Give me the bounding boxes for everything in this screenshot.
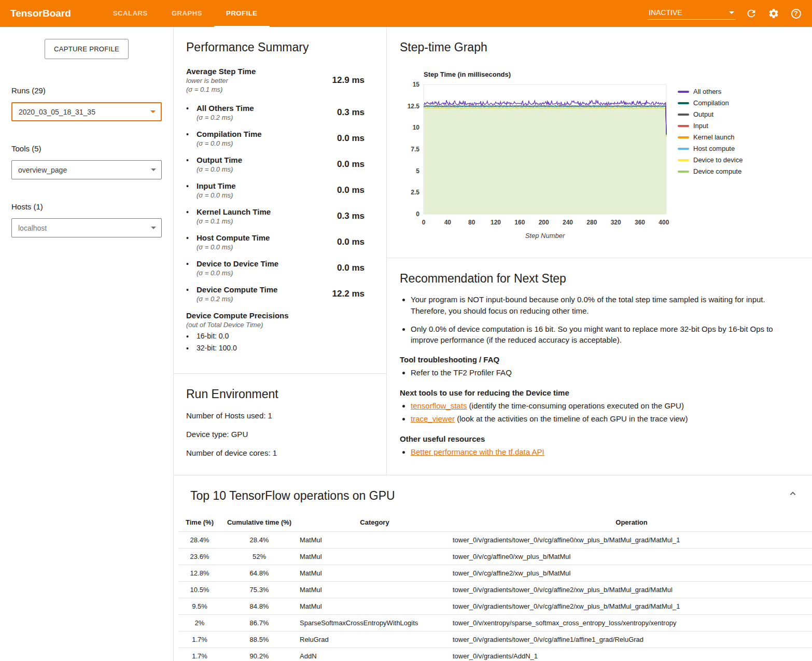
category-cell: MatMul: [298, 598, 451, 615]
precision-item: •32-bit: 100.0: [186, 344, 374, 354]
tab-profile[interactable]: PROFILE: [214, 0, 270, 27]
ops-column-header: Cumulative time (%): [220, 515, 298, 532]
run-env-line: Device type: GPU: [186, 430, 374, 439]
chevron-up-icon: [787, 488, 799, 499]
collapse-section-button[interactable]: [787, 488, 799, 501]
cumulative-cell: 28.4%: [220, 532, 298, 549]
run-env-line: Number of Hosts used: 1: [186, 411, 374, 420]
metric-label: Compilation Time: [197, 130, 262, 138]
step-time-chart-svg: Step Time (in milliseconds)02.557.51012.…: [400, 69, 673, 244]
performance-summary-panel: Performance Summary Average Step Time lo…: [174, 27, 387, 475]
operation-cell: tower_0/v/gradients/tower_0/v/cg/affine2…: [451, 598, 812, 615]
metric-sigma: (σ = 0.0 ms): [197, 139, 262, 147]
sidebar: CAPTURE PROFILE Runs (29) 2020_03_05_18_…: [0, 27, 173, 661]
perf-summary-item: •Device Compute Time(σ = 0.2 ms)12.2 ms: [186, 285, 374, 303]
top-ops-title: Top 10 TensorFlow operations on GPU: [174, 489, 812, 503]
refresh-button[interactable]: [745, 7, 758, 20]
metric-sigma: (σ = 0.1 ms): [197, 217, 271, 225]
category-cell: MatMul: [298, 532, 451, 549]
tools-label: Tools (5): [11, 144, 162, 153]
settings-button[interactable]: [767, 7, 780, 20]
cumulative-cell: 75.3%: [220, 582, 298, 598]
precisions-list: •16-bit: 0.0•32-bit: 100.0: [186, 332, 374, 354]
metric-value: 12.9 ms: [332, 75, 374, 86]
svg-text:320: 320: [611, 219, 621, 226]
perf-summary-item: •Kernel Launch Time(σ = 0.1 ms)0.3 ms: [186, 207, 374, 225]
precision-value: 16-bit: 0.0: [197, 332, 229, 342]
metric-value: 0.0 ms: [337, 185, 374, 195]
faq-title: Tool troubleshooting / FAQ: [400, 355, 794, 364]
precisions-note: (out of Total Device Time): [186, 321, 374, 329]
svg-text:360: 360: [635, 219, 645, 226]
app-header: TensorBoard SCALARSGRAPHSPROFILE INACTIV…: [0, 0, 812, 27]
legend-item: Input: [678, 122, 743, 130]
input-swatch-icon: [678, 125, 689, 127]
bullet-icon: •: [186, 181, 197, 199]
time-cell: 10.5%: [179, 582, 220, 598]
cumulative-cell: 64.8%: [220, 565, 298, 582]
svg-text:40: 40: [444, 219, 452, 226]
legend-label: Device compute: [693, 167, 741, 175]
metric-note: lower is better: [186, 77, 256, 85]
svg-text:160: 160: [514, 219, 525, 226]
output-swatch-icon: [678, 114, 689, 116]
device-to-device-swatch-icon: [678, 159, 689, 161]
tfdata-api-link[interactable]: Better performance with the tf.data API: [411, 447, 544, 456]
metric-value: 0.0 ms: [337, 159, 374, 170]
runs-dropdown[interactable]: 2020_03_05_18_31_35: [11, 102, 162, 121]
perf-items: •All Others Time(σ = 0.2 ms)0.3 ms•Compi…: [186, 104, 374, 303]
svg-text:12.5: 12.5: [408, 103, 420, 110]
host-compute-swatch-icon: [678, 148, 689, 150]
legend-item: Host compute: [678, 145, 743, 152]
right-column: Step-time Graph Step Time (in millisecon…: [387, 27, 812, 475]
svg-text:Step Number: Step Number: [525, 232, 565, 240]
tool-link[interactable]: tensorflow_stats: [411, 401, 467, 410]
next-tools-list: tensorflow_stats (identify the time-cons…: [400, 400, 794, 425]
bullet-icon: •: [186, 259, 197, 277]
help-button[interactable]: ?: [789, 7, 803, 20]
svg-text:5: 5: [416, 167, 419, 175]
metric-value: 0.0 ms: [337, 133, 374, 144]
time-cell: 2%: [179, 615, 220, 631]
average-step-time: Average Step Time lower is better (σ = 0…: [186, 67, 374, 93]
main-content: Performance Summary Average Step Time lo…: [173, 27, 812, 661]
metric-value: 0.0 ms: [337, 263, 374, 273]
operation-cell: tower_0/v/gradients/tower_0/v/cg/affine0…: [451, 532, 812, 549]
capture-profile-button[interactable]: CAPTURE PROFILE: [45, 39, 129, 59]
recommendation-bullet: Your program is NOT input-bound because …: [411, 294, 794, 317]
ops-column-header: Category: [298, 515, 451, 532]
app-title: TensorBoard: [10, 8, 71, 19]
cumulative-cell: 90.2%: [220, 648, 298, 661]
precisions-title: Device Compute Precisions: [186, 311, 374, 320]
help-icon: ?: [791, 9, 801, 19]
tool-item: tensorflow_stats (identify the time-cons…: [411, 400, 794, 412]
metric-sigma: (σ = 0.2 ms): [197, 295, 277, 303]
legend-label: Kernel launch: [693, 133, 735, 141]
faq-list: Refer to the TF2 Profiler FAQ: [400, 367, 794, 379]
metric-label: Input Time: [197, 181, 236, 190]
svg-text:7.5: 7.5: [411, 146, 419, 153]
time-cell: 28.4%: [179, 532, 220, 549]
category-cell: MatMul: [298, 582, 451, 598]
tool-link[interactable]: trace_viewer: [411, 414, 455, 423]
tool-item: trace_viewer (look at the activities on …: [411, 413, 794, 425]
tools-dropdown[interactable]: overview_page: [11, 160, 162, 179]
tab-scalars[interactable]: SCALARS: [101, 0, 160, 27]
hosts-dropdown[interactable]: localhost: [11, 218, 162, 237]
svg-text:400: 400: [659, 219, 669, 226]
time-cell: 9.5%: [179, 598, 220, 615]
faq-item: Refer to the TF2 Profiler FAQ: [411, 367, 794, 379]
tab-graphs[interactable]: GRAPHS: [160, 0, 214, 27]
status-dropdown[interactable]: INACTIVE: [648, 7, 736, 20]
other-resources-title: Other useful resources: [400, 434, 794, 443]
operation-cell: tower_0/v/gradients/AddN_1: [451, 648, 812, 661]
metric-sigma: (σ = 0.2 ms): [197, 114, 254, 121]
operation-cell: tower_0/v/xentropy/sparse_softmax_cross_…: [451, 615, 812, 631]
run-environment-panel: Run Environment Number of Hosts used: 1D…: [174, 374, 386, 461]
operation-cell: tower_0/v/gradients/tower_0/v/cg/affine2…: [451, 582, 812, 598]
table-row: 9.5%84.8%MatMultower_0/v/gradients/tower…: [179, 598, 812, 615]
gear-icon: [768, 8, 779, 19]
top-ops-panel: Top 10 TensorFlow operations on GPU Time…: [174, 475, 812, 661]
svg-text:80: 80: [468, 219, 475, 226]
metric-value: 0.0 ms: [337, 237, 374, 247]
